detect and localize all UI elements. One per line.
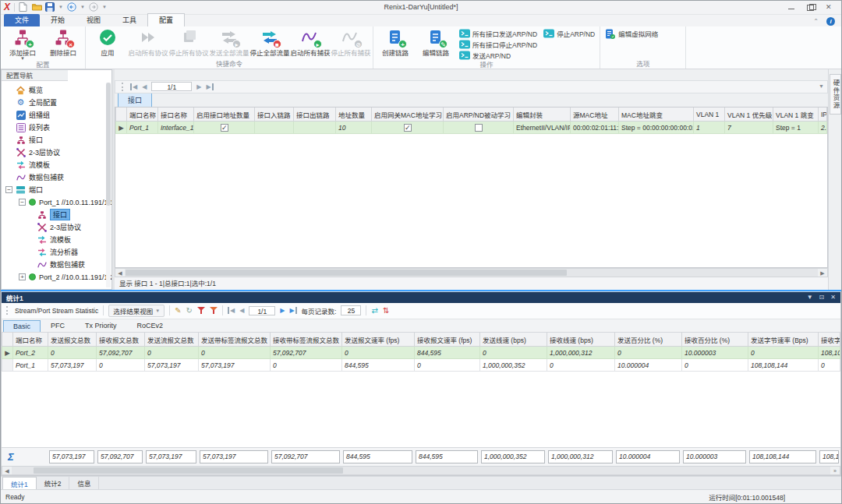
scroll-left-icon[interactable]: ◀	[2, 467, 12, 474]
nav-item-l23-protocols[interactable]: 2-3层协议	[2, 146, 111, 159]
col-rx-fps[interactable]: 接收报文速率 (fps)	[415, 333, 480, 347]
next-page-icon[interactable]: ▶	[280, 307, 285, 314]
tab-tx-priority[interactable]: Tx Priority	[75, 319, 127, 332]
arp-send-all-button[interactable]: 所有接口发送ARP/ND	[459, 29, 537, 38]
first-page-icon[interactable]: ◀	[130, 83, 137, 90]
tab-file[interactable]: 文件	[4, 14, 40, 26]
col-rx-Bps[interactable]: 接收字节速	[819, 333, 840, 347]
scroll-right-icon[interactable]: »	[830, 467, 840, 474]
arp-stop-button[interactable]: 停止ARP/ND	[543, 29, 595, 38]
info-icon[interactable]: i	[826, 17, 835, 26]
col-in-link[interactable]: 接口入链路	[255, 107, 294, 122]
undo-dropdown-icon[interactable]: ▼	[80, 5, 85, 9]
open-folder-icon[interactable]	[32, 2, 41, 12]
col-rx-percent[interactable]: 接收百分比 (%)	[682, 333, 748, 347]
interface-grid-hscrollbar[interactable]: ◀ ▶	[115, 268, 828, 277]
nav-item-port2[interactable]: +Port_2 //10.0.11.191/1/2	[2, 271, 111, 284]
prev-page-icon[interactable]: ◀	[239, 307, 244, 314]
clear-statistics-icon[interactable]	[197, 306, 205, 315]
statistics-hscrollbar[interactable]: ◀ »	[2, 466, 840, 475]
panel-menu-icon[interactable]: ▼	[807, 294, 813, 301]
scroll-left-icon[interactable]: ◀	[115, 269, 125, 277]
edit-view-icon[interactable]: ✎	[175, 307, 181, 315]
minimize-button[interactable]	[788, 4, 796, 11]
tab-interface-grid[interactable]: 接口	[118, 93, 152, 107]
first-page-icon[interactable]: ◀	[228, 307, 235, 314]
tab-home[interactable]: 开始	[40, 14, 76, 26]
tab-config[interactable]: 配置	[147, 13, 185, 26]
nav-item-global-config[interactable]: ⚙全局配置	[2, 97, 111, 109]
edit-virtual-network-button[interactable]: 编辑虚拟网络	[605, 29, 658, 38]
col-rx-frames[interactable]: 接收报文总数	[97, 333, 145, 347]
col-arp-passive[interactable]: 启用ARP/ND被动学习	[444, 107, 514, 122]
sort-rows-icon[interactable]: ⇅	[383, 307, 389, 315]
stop-all-traffic-button[interactable]: ■ 停止全部流量	[249, 26, 290, 57]
col-interface-name[interactable]: 接口名称	[158, 107, 194, 122]
col-addr-count[interactable]: 地址数量	[336, 107, 372, 122]
col-vlan1-step[interactable]: VLAN 1 跳变	[773, 107, 819, 122]
interface-row-port1[interactable]: ▶ Port_1 Interface_1 10 EthernetII/VLAN/…	[116, 122, 827, 134]
add-interface-button[interactable]: + 添加接口 ▼	[2, 26, 43, 61]
last-page-icon[interactable]: ▶	[206, 83, 213, 90]
arp-send-button[interactable]: 发送ARP/ND	[459, 51, 537, 60]
pin-icon[interactable]: ⊡	[819, 294, 825, 301]
close-panel-icon[interactable]: ✕	[830, 294, 836, 301]
col-rx-bps[interactable]: 接收线速 (bps)	[547, 333, 615, 347]
stats-row-port2[interactable]: ▶ Port_2 0 57,092,707 0 0 57,092,707 0 8…	[2, 347, 840, 359]
last-page-icon[interactable]: ▶	[289, 307, 296, 314]
col-tx-bps[interactable]: 发送线速 (bps)	[480, 333, 547, 347]
tab-tools[interactable]: 工具	[111, 14, 147, 26]
col-encap[interactable]: 编辑封装	[514, 107, 571, 122]
col-tx-fps[interactable]: 发送报文速率 (fps)	[342, 333, 415, 347]
enable-addr-count-checkbox[interactable]	[221, 124, 228, 132]
qat-overflow-icon[interactable]: ▼	[102, 5, 107, 9]
tab-statistics2[interactable]: 统计2	[37, 477, 70, 489]
send-all-traffic-button[interactable]: ▸ 发送全部流量	[209, 26, 249, 57]
save-dropdown-icon[interactable]: ▼	[58, 5, 63, 9]
col-port-name[interactable]: 端口名称	[127, 107, 158, 122]
tab-pfc[interactable]: PFC	[41, 319, 75, 332]
nav-item-port1-stream-analyzer[interactable]: 流分析器	[2, 246, 111, 259]
apply-button[interactable]: 应用	[87, 26, 128, 57]
tab-info[interactable]: 信息	[69, 477, 99, 489]
col-rx-tagged-frames[interactable]: 接收带标签流报文总数	[271, 333, 342, 347]
col-enable-addr-count[interactable]: 启用接口地址数量	[194, 107, 255, 122]
restore-button[interactable]	[807, 4, 815, 11]
collapse-icon[interactable]: −	[19, 199, 26, 206]
nav-item-ports[interactable]: −端口	[2, 184, 111, 196]
save-icon[interactable]	[45, 2, 55, 12]
refresh-icon[interactable]: ↻	[186, 307, 193, 315]
swap-columns-icon[interactable]: ⇄	[371, 307, 377, 315]
col-gw-mac-learn[interactable]: 启用网关MAC地址学习	[372, 107, 444, 122]
nav-item-overview[interactable]: 概览	[2, 84, 111, 97]
delete-interface-button[interactable]: × 删除接口	[43, 26, 83, 57]
per-page-input[interactable]: 25	[341, 305, 361, 315]
gw-mac-learn-checkbox[interactable]	[404, 124, 412, 132]
start-all-protocols-button[interactable]: 启动所有协议	[128, 26, 168, 57]
nav-item-stream-template[interactable]: 流模板	[2, 159, 111, 171]
col-tx-percent[interactable]: 发送百分比 (%)	[615, 333, 682, 347]
col-tx-Bps[interactable]: 发送字节速率 (Bps)	[748, 333, 819, 347]
create-link-button[interactable]: + 创建链路	[375, 26, 416, 57]
nav-item-port1[interactable]: −Port_1 //10.0.11.191/1/1	[2, 196, 111, 209]
select-result-view-button[interactable]: 选择结果视图▼	[108, 305, 165, 317]
tab-rocev2[interactable]: RoCEv2	[127, 319, 174, 332]
scroll-right-icon[interactable]: ▶	[818, 269, 827, 277]
col-mac-step[interactable]: MAC地址跳变	[619, 107, 694, 122]
edit-link-button[interactable]: ✎ 编辑链路	[416, 26, 456, 57]
nav-item-port1-packet-capture[interactable]: 数据包捕获	[2, 259, 111, 271]
col-vlan1[interactable]: VLAN 1	[694, 107, 725, 122]
collapse-icon[interactable]: −	[5, 186, 12, 193]
tab-statistics1[interactable]: 统计1	[2, 477, 37, 489]
nav-item-multicast-group[interactable]: 组播组	[2, 109, 111, 122]
stats-row-port1[interactable]: Port_1 57,073,197 0 57,073,197 57,073,19…	[2, 359, 840, 372]
close-button[interactable]: ✕	[826, 4, 833, 11]
col-ipv4[interactable]: IPv4	[819, 107, 827, 122]
nav-item-port1-stream-template[interactable]: 流模板	[2, 234, 111, 246]
undo-back-icon[interactable]	[67, 2, 76, 12]
tab-view[interactable]: 视图	[76, 14, 111, 26]
nav-item-interface[interactable]: 接口	[2, 134, 111, 146]
start-all-capture-button[interactable]: ▸ 启动所有捕获	[290, 26, 331, 57]
nav-item-port1-interface[interactable]: 接口	[2, 209, 111, 221]
stop-all-protocols-button[interactable]: 停止所有协议	[168, 26, 209, 57]
